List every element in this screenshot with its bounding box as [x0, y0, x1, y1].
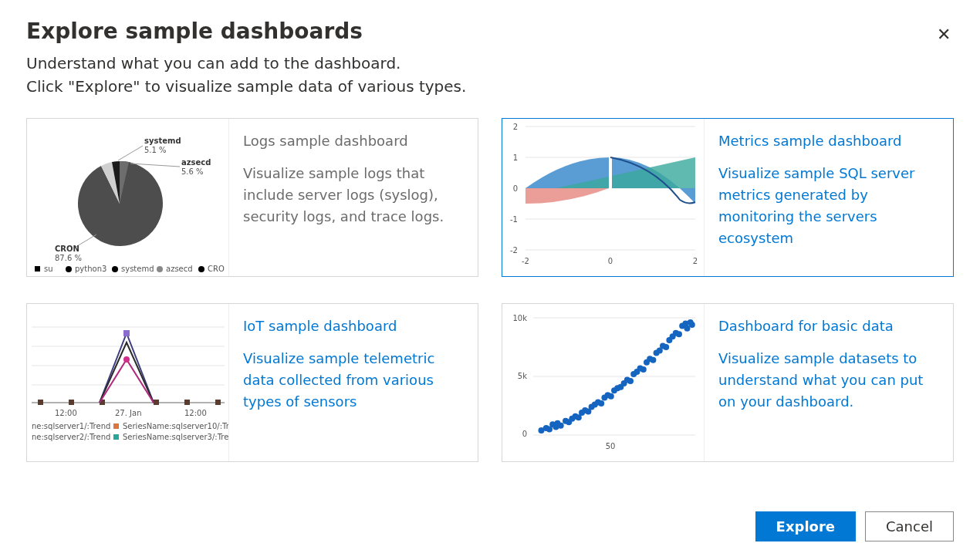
svg-point-13: [112, 266, 118, 272]
svg-point-93: [640, 366, 647, 373]
footer-buttons: Explore Cancel: [755, 511, 954, 541]
page-subtitle: Understand what you can add to the dashb…: [26, 52, 954, 98]
svg-point-80: [598, 400, 604, 407]
thumb-iot: 12:00 27. Jan 12:00 ne:sqlserver1/:Trend…: [27, 304, 229, 461]
svg-text:5.6 %: 5.6 %: [181, 167, 204, 176]
svg-text:1: 1: [513, 153, 518, 162]
card-metrics-desc: Visualize sample SQL server metrics gene…: [718, 163, 936, 249]
svg-text:su: su: [44, 265, 53, 273]
cancel-button[interactable]: Cancel: [865, 511, 954, 541]
svg-rect-9: [35, 266, 40, 272]
svg-point-104: [676, 331, 682, 337]
card-basic-title: Dashboard for basic data: [718, 318, 936, 334]
svg-text:ne:sqlserver1/:Trend: ne:sqlserver1/:Trend: [32, 422, 110, 430]
svg-text:CRON: CRON: [55, 245, 79, 253]
svg-text:0: 0: [608, 257, 613, 265]
svg-point-83: [608, 393, 614, 400]
thumb-basic: 10k 5k 0 50: [502, 304, 705, 461]
svg-rect-44: [123, 330, 130, 336]
svg-rect-29: [609, 156, 612, 191]
thumb-logs: systemd 5.1 % azsecd 5.6 % CRON 87.6 % s…: [27, 119, 229, 276]
svg-text:50: 50: [606, 442, 616, 450]
card-iot[interactable]: 12:00 27. Jan 12:00 ne:sqlserver1/:Trend…: [26, 303, 478, 462]
svg-text:5.1 %: 5.1 %: [144, 146, 167, 154]
card-basic[interactable]: 10k 5k 0 50 Dashboard for basic data Vis…: [502, 303, 954, 462]
svg-text:CRO: CRO: [208, 265, 225, 273]
svg-rect-53: [113, 434, 119, 440]
card-logs[interactable]: systemd 5.1 % azsecd 5.6 % CRON 87.6 % s…: [26, 118, 478, 277]
svg-text:systemd: systemd: [121, 265, 154, 273]
pie-chart-icon: systemd 5.1 % azsecd 5.6 % CRON 87.6 % s…: [27, 119, 229, 276]
svg-point-100: [663, 344, 669, 350]
svg-text:27. Jan: 27. Jan: [115, 409, 142, 417]
card-metrics[interactable]: 2 1 0 -1 -2 -2 0: [502, 118, 954, 277]
svg-text:systemd: systemd: [144, 137, 181, 145]
svg-rect-41: [154, 400, 159, 405]
svg-point-89: [627, 378, 634, 384]
svg-text:-2: -2: [522, 257, 529, 265]
area-chart-icon: 2 1 0 -1 -2 -2 0: [502, 119, 705, 276]
svg-text:-1: -1: [510, 215, 518, 224]
svg-rect-39: [69, 400, 74, 405]
explore-button[interactable]: Explore: [755, 511, 856, 541]
thumb-metrics: 2 1 0 -1 -2 -2 0: [502, 119, 705, 276]
card-iot-desc: Visualize sample telemetric data collect…: [243, 348, 461, 413]
svg-text:azsecd: azsecd: [166, 265, 193, 273]
svg-text:10k: 10k: [512, 314, 527, 322]
svg-text:12:00: 12:00: [184, 409, 207, 417]
svg-text:-2: -2: [510, 246, 518, 255]
svg-text:5k: 5k: [518, 372, 527, 380]
svg-text:87.6 %: 87.6 %: [55, 254, 82, 262]
svg-point-68: [558, 423, 564, 429]
svg-point-45: [123, 356, 130, 363]
svg-text:12:00: 12:00: [55, 409, 77, 417]
svg-text:2: 2: [513, 123, 518, 131]
card-iot-title: IoT sample dashboard: [243, 318, 461, 334]
card-basic-desc: Visualize sample datasets to understand …: [718, 348, 936, 413]
svg-rect-38: [38, 400, 43, 405]
svg-text:azsecd: azsecd: [181, 158, 211, 167]
card-logs-title: Logs sample dashboard: [243, 133, 461, 149]
card-logs-desc: Visualize sample logs that include serve…: [243, 163, 461, 228]
svg-point-96: [650, 357, 656, 363]
svg-text:2: 2: [693, 257, 698, 265]
sample-grid: systemd 5.1 % azsecd 5.6 % CRON 87.6 % s…: [26, 118, 954, 462]
svg-text:python3: python3: [75, 265, 106, 273]
svg-point-11: [66, 266, 72, 272]
svg-point-109: [689, 322, 695, 328]
svg-point-15: [157, 266, 163, 272]
close-icon[interactable]: ✕: [934, 23, 954, 46]
svg-rect-51: [113, 423, 119, 429]
scatter-chart-icon: 10k 5k 0 50: [502, 304, 705, 461]
svg-text:SeriesName:sqlserver3/:Trend: SeriesName:sqlserver3/:Trend: [123, 433, 229, 441]
svg-text:SeriesName:sqlserver10/:Trend: SeriesName:sqlserver10/:Trend: [123, 422, 229, 430]
svg-rect-42: [184, 400, 190, 405]
svg-line-0: [118, 146, 143, 160]
svg-rect-43: [215, 400, 221, 405]
svg-text:ne:sqlserver2/:Trend: ne:sqlserver2/:Trend: [32, 433, 110, 441]
line-chart-icon: 12:00 27. Jan 12:00 ne:sqlserver1/:Trend…: [27, 304, 229, 461]
svg-text:0: 0: [522, 430, 527, 438]
svg-point-17: [198, 266, 204, 272]
card-metrics-title: Metrics sample dashboard: [718, 133, 936, 149]
page-title: Explore sample dashboards: [26, 19, 363, 44]
svg-text:0: 0: [513, 184, 518, 193]
